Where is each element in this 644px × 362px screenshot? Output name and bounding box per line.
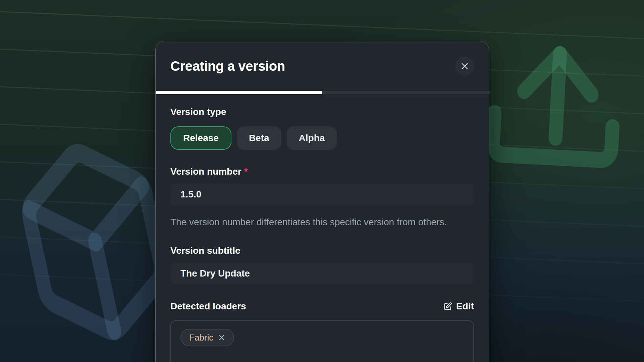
- detected-loaders-box: Fabric: [170, 320, 474, 362]
- version-number-label: Version number*: [170, 166, 474, 177]
- close-button[interactable]: [455, 57, 474, 75]
- close-icon: [460, 62, 469, 71]
- edit-loaders-button[interactable]: Edit: [443, 301, 474, 312]
- modal-body: Version type Release Beta Alpha Version …: [156, 94, 489, 362]
- screen-background: Creating a version Version type Release …: [0, 0, 644, 362]
- version-type-options: Release Beta Alpha: [170, 126, 474, 150]
- version-type-release-button[interactable]: Release: [170, 126, 231, 150]
- upload-arrow-icon: [482, 28, 632, 199]
- edit-button-label: Edit: [456, 301, 474, 312]
- version-subtitle-input[interactable]: [170, 262, 474, 285]
- remove-tag-x-icon: [218, 334, 225, 341]
- version-number-label-text: Version number: [170, 166, 241, 177]
- progress-track: [156, 91, 489, 94]
- version-number-input[interactable]: [170, 183, 474, 205]
- detected-loaders-row: Detected loaders Edit: [170, 301, 474, 312]
- modal-title: Creating a version: [170, 59, 285, 74]
- version-number-helper-text: The version number differentiates this s…: [170, 215, 474, 230]
- loader-tag-label: Fabric: [189, 333, 213, 343]
- version-subtitle-label: Version subtitle: [170, 245, 474, 256]
- loader-tag-fabric: Fabric: [180, 329, 234, 346]
- create-version-modal: Creating a version Version type Release …: [155, 41, 489, 362]
- detected-loaders-label: Detected loaders: [170, 301, 246, 312]
- version-type-beta-button[interactable]: Beta: [237, 126, 281, 150]
- required-asterisk: *: [244, 166, 248, 177]
- edit-pencil-icon: [443, 302, 452, 311]
- progress-fill: [156, 91, 322, 94]
- remove-fabric-tag-button[interactable]: [218, 334, 225, 341]
- version-type-label: Version type: [170, 106, 474, 118]
- version-type-alpha-button[interactable]: Alpha: [287, 126, 337, 150]
- modal-header: Creating a version: [156, 41, 489, 91]
